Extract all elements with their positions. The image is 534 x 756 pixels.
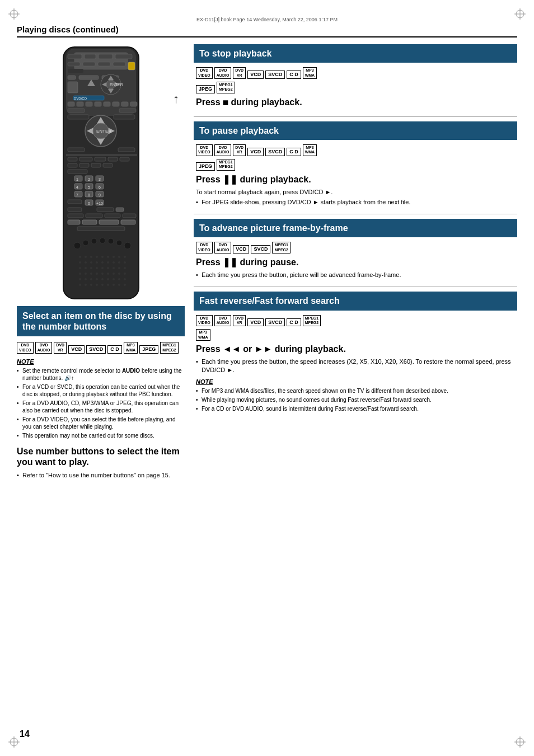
remote-image-wrapper: ↑ — [17, 44, 185, 302]
svg-rect-63 — [95, 157, 106, 161]
svg-rect-20 — [83, 62, 95, 66]
fast-badge-cd: C D — [287, 318, 301, 327]
svg-rect-22 — [113, 62, 125, 66]
svg-rect-28 — [68, 82, 78, 93]
svg-rect-42 — [95, 102, 101, 106]
select-note-2: For a VCD or SVCD, this operation can be… — [17, 383, 185, 398]
fast-badge-dvd-audio: DVDAUDIO — [214, 315, 232, 327]
svg-point-119 — [113, 256, 115, 258]
svg-rect-15 — [68, 54, 82, 59]
fast-badge-mp3: MP3WMA — [196, 329, 210, 341]
pause-sub-list: For JPEG slide-show, pressing DVD/CD ► s… — [196, 198, 515, 206]
svg-rect-97 — [68, 214, 83, 218]
advance-badge-svcd: SVCD — [251, 245, 270, 253]
svg-point-130 — [124, 261, 126, 264]
fast-note-2: While playing moving pictures, no sound … — [196, 396, 515, 403]
svg-rect-65 — [120, 157, 129, 161]
fast-badges: DVDVIDEO DVDAUDIO DVDVR VCD SVCD C D MPE… — [196, 315, 515, 327]
fast-reverse-note-section: NOTE For MP3 and WMA discs/files, the se… — [196, 378, 515, 412]
stop-badge-svcd: SVCD — [265, 71, 285, 79]
stop-playback-section: To stop playback DVDVIDEO DVDAUDIO DVDVR… — [194, 44, 517, 109]
svg-rect-101 — [68, 220, 80, 224]
select-section-title: Select an item on the disc by using the … — [17, 306, 185, 336]
svg-point-128 — [113, 261, 115, 264]
svg-text:5: 5 — [88, 185, 90, 189]
svg-text:8: 8 — [88, 193, 90, 197]
svg-point-135 — [101, 267, 104, 269]
advance-badge-vcd: VCD — [233, 245, 249, 253]
select-notes-list: Set the remote control mode selector to … — [17, 367, 185, 439]
svg-rect-49 — [68, 115, 89, 119]
svg-point-145 — [107, 273, 109, 275]
badge-jpeg: JPEG — [139, 345, 158, 354]
svg-rect-105 — [77, 227, 125, 231]
badge-svcd: SVCD — [86, 345, 106, 354]
svg-rect-61 — [68, 157, 77, 161]
left-column: ↑ — [17, 44, 185, 481]
page-number: 14 — [20, 729, 30, 739]
note-title: NOTE — [17, 358, 185, 365]
svg-rect-25 — [68, 76, 76, 79]
arrow-up-indicator: ↑ — [173, 92, 179, 106]
corner-mark-bl — [8, 736, 20, 748]
advance-badge-dvd-video: DVDVIDEO — [196, 242, 213, 253]
svg-rect-103 — [99, 220, 119, 224]
svg-point-155 — [113, 278, 115, 280]
page-header: Playing discs (continued) — [17, 25, 517, 37]
corner-mark-tl — [8, 8, 20, 20]
badge-mp3-wma: MP3WMA — [124, 342, 138, 354]
svg-point-163 — [107, 284, 109, 286]
svg-rect-39 — [68, 102, 74, 106]
svg-point-165 — [118, 284, 120, 286]
separator-1 — [194, 116, 517, 117]
svg-point-132 — [85, 267, 87, 269]
pause-subtext: To start normal playback again, press DV… — [196, 188, 515, 196]
svg-rect-104 — [121, 220, 135, 224]
svg-rect-62 — [79, 157, 92, 161]
main-layout: ↑ — [17, 44, 517, 481]
svg-rect-46 — [130, 102, 137, 106]
svg-point-108 — [91, 238, 97, 244]
fast-sub-list: Each time you press the button, the spee… — [196, 358, 515, 374]
svg-point-127 — [107, 261, 109, 264]
select-note-1: Set the remote control mode selector to … — [17, 367, 185, 382]
svg-rect-68 — [91, 163, 101, 167]
svg-rect-26 — [79, 76, 99, 79]
svg-point-144 — [101, 273, 104, 275]
stop-badge-dvd-vr: DVDVR — [233, 67, 246, 79]
svg-point-157 — [124, 278, 126, 280]
fast-reverse-body: DVDVIDEO DVDAUDIO DVDVR VCD SVCD C D MPE… — [194, 315, 517, 412]
svg-point-125 — [96, 261, 98, 264]
svg-point-124 — [90, 261, 92, 264]
pause-badge-dvd-vr: DVDVR — [233, 144, 246, 156]
stop-playback-title: To stop playback — [194, 44, 517, 63]
svg-point-106 — [74, 242, 81, 249]
fast-notes-list: For MP3 and WMA discs/files, the search … — [196, 387, 515, 412]
svg-text:2: 2 — [88, 177, 90, 181]
svg-point-159 — [85, 284, 87, 286]
fast-badge-dvd-video: DVDVIDEO — [196, 315, 213, 327]
svg-rect-18 — [115, 54, 132, 59]
svg-rect-40 — [77, 102, 83, 106]
svg-point-136 — [107, 267, 109, 269]
svg-rect-41 — [86, 102, 92, 106]
use-number-heading: Use number buttons to select the item yo… — [17, 446, 185, 467]
svg-rect-23 — [128, 62, 135, 70]
svg-rect-47 — [68, 109, 85, 112]
fast-badges-row2: MP3WMA — [196, 329, 515, 341]
pause-badge-dvd-video: DVDVIDEO — [196, 144, 213, 156]
svg-point-137 — [113, 267, 115, 269]
corner-mark-br — [514, 736, 526, 748]
fast-reverse-section: Fast reverse/Fast forward search DVDVIDE… — [194, 292, 517, 412]
badge-dvd-audio: DVDAUDIO — [35, 342, 53, 354]
svg-rect-19 — [68, 62, 80, 66]
svg-point-150 — [85, 278, 87, 280]
svg-point-160 — [90, 284, 92, 286]
remote-control-svg: ENTER DVD/CD — [46, 44, 156, 302]
advance-picture-title: To advance picture frame-by-frame — [194, 219, 517, 237]
svg-rect-100 — [123, 214, 136, 218]
svg-rect-99 — [105, 214, 120, 218]
svg-text:ENTER: ENTER — [110, 83, 123, 87]
stop-instruction: Press■during playback. — [196, 97, 515, 109]
svg-point-117 — [101, 256, 104, 258]
